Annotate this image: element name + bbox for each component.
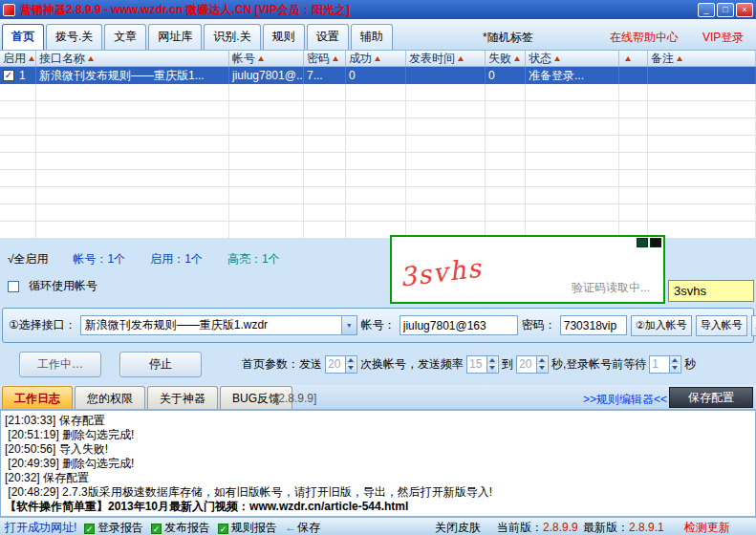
config-panel: ①选择接口： 新浪微刊发布规则——重庆版1.wzdr ▼ 帐号： 密码： ②加入… [2, 308, 754, 343]
publish-report-toggle[interactable]: ✓发布报告 [151, 520, 210, 535]
account-table: 启用 接口名称 帐号 密码 成功 发表时间 失败 状态 备注 ✓ 1 新浪微刊发… [0, 51, 756, 239]
interface-select[interactable]: 新浪微刊发布规则——重庆版1.wzdr ▼ [80, 315, 357, 335]
random-tag-label[interactable]: *随机标签 [483, 30, 533, 46]
column-header-remark[interactable]: 备注 [648, 51, 756, 66]
tab-about[interactable]: 关于神器 [147, 386, 218, 409]
send-count-spinner[interactable] [325, 355, 357, 374]
freq-max-spinner[interactable] [516, 355, 549, 374]
login-report-toggle[interactable]: ✓登录报告 [84, 520, 143, 535]
freq-max-input[interactable] [517, 356, 536, 373]
password-field[interactable] [560, 315, 627, 335]
column-header-success[interactable]: 成功 [346, 51, 406, 66]
tab-permissions[interactable]: 您的权限 [75, 386, 145, 409]
log-line: [20:49:39] 删除勾选完成! [5, 457, 751, 471]
checkbox-icon [8, 281, 19, 292]
tab-home[interactable]: 首页 [2, 24, 44, 50]
nav-bar: 首页 拨号.关 文章 网址库 识别.关 规则 设置 辅助 *随机标签 在线帮助中… [0, 19, 756, 51]
row-checkbox[interactable]: ✓ [3, 70, 14, 81]
working-button[interactable]: 工作中… [19, 352, 101, 377]
grid-column [36, 84, 229, 239]
captcha-input[interactable] [668, 280, 754, 302]
check-update-link[interactable]: 检测更新 [684, 520, 730, 535]
column-header-status[interactable]: 状态 [526, 51, 619, 66]
vip-login-link[interactable]: VIP登录 [702, 30, 744, 46]
tab-work-log[interactable]: 工作日志 [2, 386, 73, 409]
tab-rules[interactable]: 规则 [263, 24, 305, 50]
app-icon [3, 4, 15, 16]
cell-extra [619, 67, 648, 84]
wait-spinner[interactable] [649, 355, 681, 374]
captcha-close-icon[interactable] [650, 238, 661, 247]
column-header-enable[interactable]: 启用 [0, 51, 36, 66]
work-log-area: [21:03:33] 保存配置 [20:51:19] 删除勾选完成! [20:5… [0, 410, 756, 517]
tab-article[interactable]: 文章 [104, 24, 146, 50]
log-line: [20:50:56] 导入失败! [5, 442, 751, 457]
online-help-link[interactable]: 在线帮助中心 [610, 30, 679, 46]
grid-column [229, 84, 304, 239]
save-status-button[interactable]: ←保存 [285, 520, 320, 535]
grid-column [346, 84, 406, 239]
column-label: 密码 [307, 51, 330, 66]
title-bar: 营销神器2.8.9.9 - www.wzdr.cn 微赚达人.CN [VIP会员… [0, 0, 756, 19]
close-skin-button[interactable]: 关闭皮肤 [435, 520, 481, 535]
tab-dial[interactable]: 拨号.关 [46, 24, 102, 50]
spinner-up-icon[interactable] [346, 356, 356, 365]
save-config-button[interactable]: 保存配置 [669, 387, 753, 408]
sort-arrow-icon [625, 56, 631, 61]
cell-enable: ✓ 1 [0, 67, 36, 84]
spinner-up-icon[interactable] [537, 356, 547, 365]
wait-input[interactable] [650, 356, 669, 373]
tab-settings[interactable]: 设置 [307, 24, 349, 50]
loop-accounts-checkbox[interactable]: 循环使用帐号 [8, 278, 97, 294]
captcha-popup: 3svhs 验证码读取中... [390, 235, 665, 304]
spinner-up-icon[interactable] [670, 356, 680, 365]
send-count-input[interactable] [326, 356, 345, 373]
grid-column [406, 84, 486, 239]
freq-min-input[interactable] [467, 356, 486, 373]
password-field-label: 密码： [522, 317, 556, 333]
stop-button[interactable]: 停止 [119, 352, 202, 377]
column-header-extra[interactable] [619, 51, 648, 66]
close-icon[interactable]: × [736, 3, 753, 17]
params-text: 次换帐号，发送频率 [360, 356, 464, 373]
empty-grid [0, 84, 756, 239]
rule-report-toggle[interactable]: ✓规则报告 [218, 520, 277, 535]
column-label: 帐号 [232, 51, 255, 66]
spinner-down-icon[interactable] [346, 364, 356, 373]
column-header-account[interactable]: 帐号 [229, 51, 304, 66]
tab-url-library[interactable]: 网址库 [148, 24, 202, 50]
grid-column [0, 84, 36, 239]
cell-password: 7... [304, 67, 346, 84]
spinner-down-icon[interactable] [670, 364, 680, 373]
column-header-fail[interactable]: 失败 [486, 51, 526, 66]
rule-report-label: 规则报告 [231, 521, 277, 534]
summary-row: √全启用 帐号：1个 启用：1个 高亮：1个 [8, 251, 280, 268]
chevron-down-icon: ▼ [341, 316, 356, 334]
spinner-down-icon[interactable] [537, 364, 547, 373]
add-account-button[interactable]: ②加入帐号 [631, 315, 692, 336]
spinner-up-icon[interactable] [487, 356, 497, 365]
grid-column [526, 84, 619, 239]
save-status-label: 保存 [297, 521, 320, 534]
account-count: 帐号：1个 [74, 251, 126, 268]
tab-recognition[interactable]: 识别.关 [204, 24, 260, 50]
rule-editor-link[interactable]: >>规则编辑器<< [583, 392, 667, 408]
status-bar: 打开成功网址! ✓登录报告 ✓发布报告 ✓规则报告 ←保存 关闭皮肤 当前版：2… [0, 517, 756, 535]
captcha-minimize-icon[interactable] [637, 238, 648, 247]
import-account-button[interactable]: 导入帐号 [696, 315, 747, 336]
account-field[interactable] [400, 315, 518, 335]
column-header-password[interactable]: 密码 [304, 51, 346, 66]
sort-arrow-icon [375, 56, 380, 61]
spinner-down-icon[interactable] [487, 364, 497, 373]
column-header-post-time[interactable]: 发表时间 [406, 51, 486, 66]
log-line: [20:51:19] 删除勾选完成! [5, 428, 751, 442]
table-row[interactable]: ✓ 1 新浪微刊发布规则——重庆版1... jiulug7801@... 7..… [0, 67, 756, 84]
paste-account-button[interactable]: 粘贴帐号 [751, 315, 756, 336]
tab-assist[interactable]: 辅助 [351, 24, 393, 50]
column-header-name[interactable]: 接口名称 [36, 51, 229, 66]
highlight-count: 高亮：1个 [227, 251, 280, 268]
minimize-icon[interactable]: _ [698, 3, 715, 17]
freq-min-spinner[interactable] [466, 355, 499, 374]
maximize-icon[interactable]: □ [717, 3, 734, 17]
current-version-label: 当前版： [497, 521, 543, 534]
